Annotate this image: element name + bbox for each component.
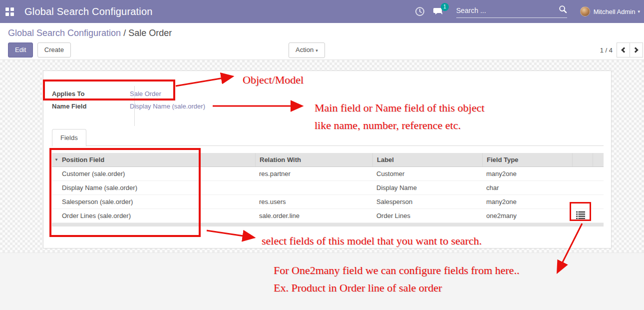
action-button[interactable]: Action▾ [289,42,325,58]
cell-type: one2many [482,209,572,222]
form-row-applies-to: Applies To Sale Order [52,88,351,100]
navbar-right: 1 Mitchell Admin ▾ [415,5,644,18]
cell-config [572,209,593,222]
cell-label: Salesperson [372,195,482,208]
messages-count-badge: 1 [441,3,449,11]
configure-one2many-list-icon[interactable] [575,210,586,220]
cell-type: many2one [482,167,572,180]
cell-position: Order Lines (sale.order) [52,209,255,222]
column-header-field-type[interactable]: Field Type [482,153,572,166]
table-row[interactable]: Salesperson (sale.order) res.users Sales… [52,195,604,209]
column-header-relation-with[interactable]: Relation With [255,153,372,166]
table-header-row[interactable]: ▼Position Field Relation With Label Fiel… [52,153,604,167]
chevron-down-icon: ▾ [316,48,318,53]
cell-relation: res.users [255,195,372,208]
apps-menu-icon[interactable] [5,8,14,16]
cell-label: Order Lines [372,209,482,222]
global-search [456,5,567,18]
table-footer [52,223,604,226]
breadcrumb-separator: / [121,28,128,38]
cell-position: Customer (sale.order) [52,167,255,180]
tab-fields[interactable]: Fields [52,129,86,146]
bottom-background [0,252,644,310]
activities-clock-icon[interactable] [415,6,425,16]
name-field-label: Name Field [52,102,126,110]
fields-table: ▼Position Field Relation With Label Fiel… [52,153,604,226]
table-row[interactable]: Order Lines (sale.order) sale.order.line… [52,209,604,223]
breadcrumb-current: Sale Order [128,28,172,38]
cell-config [572,181,593,194]
cell-spacer [593,209,604,222]
applies-to-value[interactable]: Sale Order [126,90,161,98]
button-row: Edit Create Action▾ 1 / 4 [0,42,644,62]
chevron-down-icon: ▾ [638,9,640,14]
page: Global Search Configuration 1 [0,0,644,310]
table-row[interactable]: Customer (sale.order) res.partner Custom… [52,167,604,181]
cell-label: Customer [372,167,482,180]
avatar [580,6,590,16]
form-row-name-field: Name Field Display Name (sale.order) [52,100,351,112]
user-menu[interactable]: Mitchell Admin ▾ [580,6,640,16]
app-title[interactable]: Global Search Configuration [24,6,153,18]
cell-type: many2one [482,195,572,208]
column-header-config [572,153,593,166]
cell-position: Display Name (sale.order) [52,181,255,194]
messages-menu[interactable]: 1 [433,6,443,16]
column-header-spacer [593,153,604,166]
chevron-left-icon [621,47,627,52]
cell-relation: res.partner [255,167,372,180]
pager-value: 1 / 4 [600,46,613,54]
breadcrumb-parent-link[interactable]: Global Search Configuration [8,28,121,38]
column-header-position-field[interactable]: ▼Position Field [52,153,255,166]
create-button[interactable]: Create [37,42,71,58]
edit-button[interactable]: Edit [8,42,33,58]
control-panel: Global Search Configuration / Sale Order… [0,23,644,60]
form-sheet: Applies To Sale Order Name Field Display… [43,70,612,248]
cell-label: Display Name [372,181,482,194]
cell-config [572,195,593,208]
notebook: Fields [52,128,604,146]
pager: 1 / 4 [600,42,643,58]
cell-relation: sale.order.line [255,209,372,222]
cell-position: Salesperson (sale.order) [52,195,255,208]
breadcrumb: Global Search Configuration / Sale Order [0,23,644,38]
content-area: Applies To Sale Order Name Field Display… [0,60,644,252]
tab-bar: Fields [52,128,604,146]
search-icon[interactable] [559,5,567,16]
top-navbar: Global Search Configuration 1 [0,0,644,23]
user-name: Mitchell Admin [594,8,636,16]
pager-previous-button[interactable] [617,42,630,58]
form-field-group: Applies To Sale Order Name Field Display… [52,88,351,112]
label-value-separator [134,86,135,126]
cell-config [572,167,593,180]
cell-spacer [593,167,604,180]
name-field-value[interactable]: Display Name (sale.order) [126,102,205,110]
table-row[interactable]: Display Name (sale.order) Display Name c… [52,181,604,195]
cell-spacer [593,181,604,194]
column-header-label[interactable]: Label [372,153,482,166]
cell-relation [255,181,372,194]
chevron-right-icon [633,47,638,52]
cell-spacer [593,195,604,208]
cell-type: char [482,181,572,194]
applies-to-label: Applies To [52,90,126,98]
sort-caret-icon: ▼ [54,158,58,162]
search-input[interactable] [456,6,559,14]
pager-next-button[interactable] [630,42,643,58]
